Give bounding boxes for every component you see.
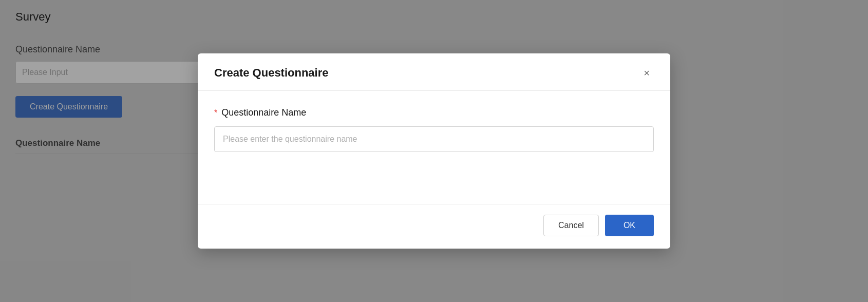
cancel-button[interactable]: Cancel <box>543 215 599 236</box>
create-questionnaire-modal: Create Questionnaire × * Questionnaire N… <box>198 53 670 249</box>
required-star: * <box>214 108 217 118</box>
modal-footer: Cancel OK <box>198 204 670 249</box>
modal-close-button[interactable]: × <box>639 66 654 80</box>
modal-body: * Questionnaire Name <box>198 91 670 204</box>
field-row: * Questionnaire Name <box>214 107 654 118</box>
questionnaire-name-input[interactable] <box>214 126 654 152</box>
modal-overlay: Create Questionnaire × * Questionnaire N… <box>0 0 868 302</box>
modal-header: Create Questionnaire × <box>198 53 670 91</box>
field-label: Questionnaire Name <box>221 107 306 118</box>
ok-button[interactable]: OK <box>605 215 654 236</box>
modal-title: Create Questionnaire <box>214 66 329 80</box>
